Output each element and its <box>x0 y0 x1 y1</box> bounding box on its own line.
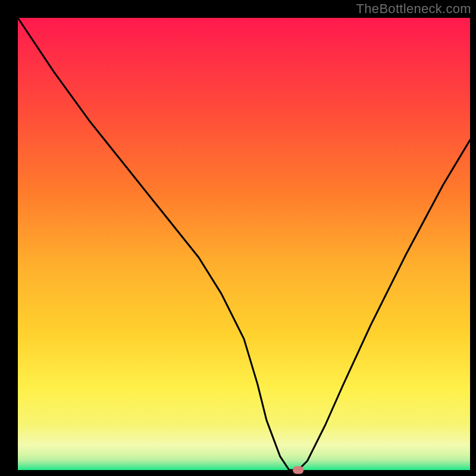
chart-container: TheBottleneck.com <box>0 0 476 476</box>
watermark-text: TheBottleneck.com <box>356 1 471 17</box>
optimal-marker <box>293 466 303 474</box>
gradient-backdrop <box>18 18 470 470</box>
bottleneck-plot <box>0 0 476 476</box>
